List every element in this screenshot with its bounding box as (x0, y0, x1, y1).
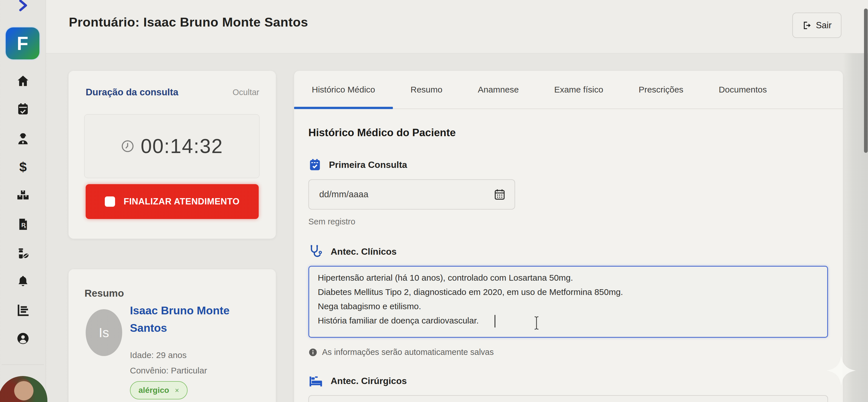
tab-resumo[interactable]: Resumo (393, 71, 460, 109)
summary-title: Resumo (85, 287, 124, 299)
svg-text:$: $ (19, 160, 27, 174)
surgical-history-input[interactable] (308, 395, 828, 402)
patient-insurance: Convênio: Particular (130, 366, 207, 375)
sidebar: F $ Rx (0, 0, 46, 402)
logout-label: Sair (816, 20, 832, 31)
bar-chart-icon[interactable] (16, 303, 30, 317)
sidebar-divider (2, 365, 44, 365)
tab-anamnese[interactable]: Anamnese (460, 71, 536, 109)
patient-name[interactable]: Isaac Bruno Monte Santos (130, 302, 261, 337)
scrollbar-thumb[interactable] (864, 8, 868, 153)
logout-button[interactable]: Sair (792, 12, 841, 38)
home-icon[interactable] (16, 74, 30, 88)
tab-historico-medico[interactable]: Histórico Médico (294, 71, 393, 109)
tab-prescricoes[interactable]: Prescrições (621, 71, 701, 109)
record-tabs: Histórico Médico Resumo Anamnese Exame f… (294, 71, 843, 109)
stop-icon (105, 196, 115, 207)
sparkle-icon[interactable] (826, 355, 857, 386)
avatar-initials: Is (99, 325, 109, 340)
first-consult-date-input[interactable] (308, 179, 515, 210)
clock-icon (121, 139, 134, 153)
tab-documentos[interactable]: Documentos (701, 71, 784, 109)
page-title: Prontuário: Isaac Bruno Monte Santos (69, 15, 308, 30)
info-icon (308, 348, 317, 357)
first-consult-label: Primeira Consulta (329, 160, 407, 170)
text-caret (495, 315, 495, 328)
duration-title: Duração da consulta (86, 87, 179, 98)
timer-display: 00:14:32 (84, 114, 259, 178)
no-record-note: Sem registro (308, 217, 828, 226)
svg-text:x: x (24, 225, 26, 229)
inventory-boxes-icon[interactable] (16, 189, 30, 203)
patient-initials-avatar: Is (86, 309, 122, 356)
hospital-bed-icon (308, 373, 323, 388)
allergy-tag[interactable]: alérgico × (130, 381, 188, 399)
header-bar: Prontuário: Isaac Bruno Monte Santos Sai… (46, 0, 868, 53)
app-window: F $ Rx (0, 0, 868, 402)
calendar-check-blue-icon (308, 158, 321, 171)
user-photo-avatar[interactable] (0, 376, 48, 402)
doctor-icon[interactable] (16, 132, 30, 146)
finish-consultation-button[interactable]: FINALIZAR ATENDIMENTO (86, 184, 259, 219)
collapse-chevron-icon[interactable] (17, 0, 30, 13)
medical-record-card: Histórico Médico Resumo Anamnese Exame f… (294, 71, 843, 402)
app-logo[interactable]: F (6, 27, 39, 59)
surgical-history-label: Antec. Cirúrgicos (331, 376, 407, 386)
stethoscope-icon (308, 244, 323, 259)
section-heading: Histórico Médico do Paciente (308, 127, 828, 139)
patient-age: Idade: 29 anos (130, 350, 187, 360)
profile-circle-icon[interactable] (16, 332, 30, 345)
bell-icon[interactable] (16, 275, 30, 288)
patient-summary-panel: Resumo Is Isaac Bruno Monte Santos Idade… (68, 269, 276, 402)
logo-letter: F (17, 33, 28, 54)
ibeam-cursor (533, 316, 540, 330)
tag-close-icon[interactable]: × (175, 386, 179, 395)
timer-value: 00:14:32 (141, 135, 223, 158)
autosave-note: As informações serão automaticamente sal… (322, 347, 494, 357)
consultation-duration-panel: Duração da consulta Ocultar 00:14:32 FIN… (68, 71, 276, 239)
calendar-picker-icon[interactable] (493, 188, 506, 201)
finish-label: FINALIZAR ATENDIMENTO (124, 196, 240, 207)
hide-link[interactable]: Ocultar (233, 88, 259, 97)
tab-exame-fisico[interactable]: Exame físico (536, 71, 621, 109)
prescription-doc-icon[interactable]: Rx (16, 218, 30, 231)
logout-icon (802, 21, 812, 30)
dollar-icon[interactable]: $ (16, 160, 30, 174)
clinical-history-label: Antec. Clínicos (331, 246, 397, 257)
clinical-history-textarea[interactable]: Hipertensão arterial (há 10 anos), contr… (308, 266, 828, 338)
calendar-check-icon[interactable] (16, 102, 30, 116)
medication-icon[interactable] (16, 247, 30, 260)
allergy-tag-label: alérgico (138, 386, 169, 395)
